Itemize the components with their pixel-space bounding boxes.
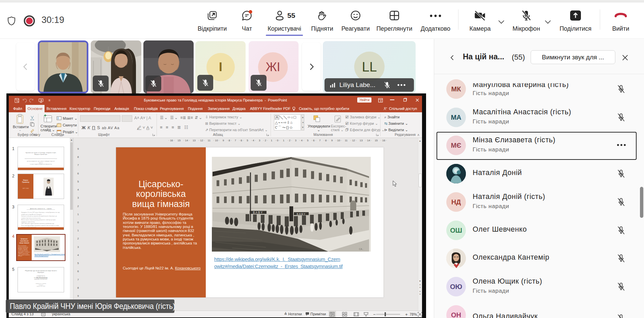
svg-text:BABY: BABY [297, 212, 306, 215]
svg-text:CA..: CA.. [359, 248, 364, 250]
svg-text:BABY: BABY [253, 211, 263, 214]
